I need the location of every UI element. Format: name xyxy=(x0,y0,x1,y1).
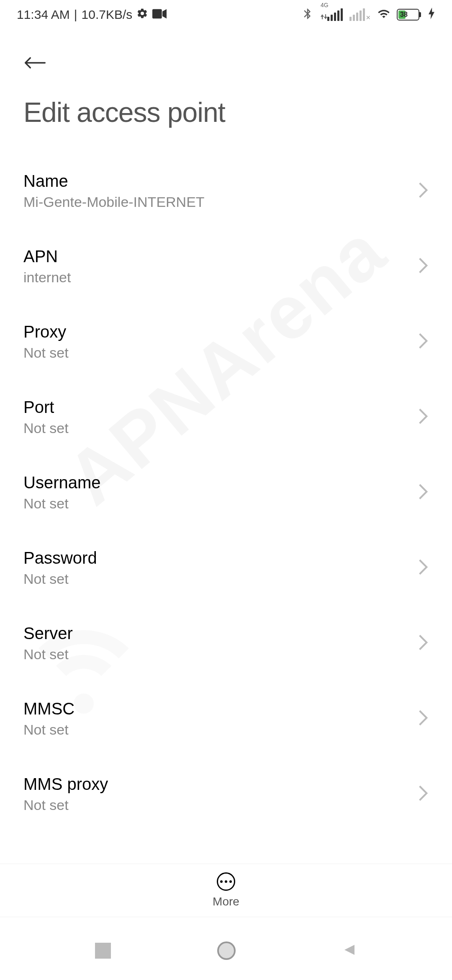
status-right: 4G ✕ xyxy=(301,8,435,22)
chevron-right-icon xyxy=(418,182,429,200)
item-name[interactable]: Name Mi-Gente-Mobile-INTERNET xyxy=(23,153,429,229)
chevron-right-icon xyxy=(418,483,429,502)
bluetooth-icon xyxy=(301,8,314,22)
back-button[interactable] xyxy=(23,54,47,71)
chevron-right-icon xyxy=(418,333,429,351)
item-value: Not set xyxy=(23,420,69,436)
camera-icon xyxy=(152,8,167,22)
nav-recent-button[interactable] xyxy=(95,943,111,959)
item-server[interactable]: Server Not set xyxy=(23,606,429,681)
item-label: APN xyxy=(23,247,71,266)
item-label: Server xyxy=(23,624,73,643)
item-mmsc[interactable]: MMSC Not set xyxy=(23,681,429,756)
svg-rect-0 xyxy=(152,9,162,19)
chevron-right-icon xyxy=(418,709,429,728)
item-label: Password xyxy=(23,549,97,567)
item-value: Not set xyxy=(23,571,97,587)
chevron-right-icon xyxy=(418,257,429,276)
more-button[interactable]: More xyxy=(213,872,239,908)
item-value: Mi-Gente-Mobile-INTERNET xyxy=(23,194,205,210)
battery-text: 38 xyxy=(400,11,408,18)
chevron-right-icon xyxy=(418,634,429,652)
no-sim-x-icon: ✕ xyxy=(366,14,371,21)
battery-icon: 38 xyxy=(397,9,419,21)
status-divider: | xyxy=(74,8,77,22)
nav-home-button[interactable] xyxy=(217,941,236,960)
page-title: Edit access point xyxy=(23,96,429,128)
header: Edit access point xyxy=(0,29,452,128)
nav-bar xyxy=(0,921,452,980)
item-value: internet xyxy=(23,269,71,286)
item-password[interactable]: Password Not set xyxy=(23,530,429,606)
wifi-icon xyxy=(378,8,390,22)
item-label: Name xyxy=(23,172,205,191)
item-mms-proxy[interactable]: MMS proxy Not set xyxy=(23,756,429,832)
item-username[interactable]: Username Not set xyxy=(23,455,429,530)
item-label: MMS proxy xyxy=(23,775,108,794)
item-value: Not set xyxy=(23,646,73,663)
item-port[interactable]: Port Not set xyxy=(23,379,429,455)
gear-icon xyxy=(136,8,148,22)
item-label: Port xyxy=(23,398,69,417)
signal-2: ✕ xyxy=(349,8,371,21)
item-value: Not set xyxy=(23,495,101,512)
chevron-right-icon xyxy=(418,785,429,803)
signal-1: 4G xyxy=(321,8,343,21)
chevron-right-icon xyxy=(418,408,429,426)
nav-back-button[interactable] xyxy=(342,942,357,959)
item-label: MMSC xyxy=(23,699,74,718)
more-icon xyxy=(217,872,235,891)
item-label: Proxy xyxy=(23,322,69,341)
item-label: Username xyxy=(23,473,101,492)
item-apn[interactable]: APN internet xyxy=(23,229,429,304)
charging-bolt-icon xyxy=(428,8,435,22)
item-value: Not set xyxy=(23,345,69,361)
more-label: More xyxy=(213,895,239,908)
signal-4g-label: 4G xyxy=(321,2,329,8)
status-bar: 11:34 AM | 10.7KB/s 4G xyxy=(0,0,452,29)
item-proxy[interactable]: Proxy Not set xyxy=(23,304,429,379)
item-value: Not set xyxy=(23,797,108,813)
bottom-bar: More xyxy=(0,864,452,917)
content: APNArena Name Mi-Gente-Mobile-INTERNET A… xyxy=(0,153,452,832)
chevron-right-icon xyxy=(418,559,429,577)
status-speed: 10.7KB/s xyxy=(82,8,133,22)
data-arrows-icon xyxy=(321,13,327,21)
status-time: 11:34 AM xyxy=(17,8,70,22)
fade-overlay xyxy=(0,838,452,863)
status-left: 11:34 AM | 10.7KB/s xyxy=(17,8,167,22)
item-value: Not set xyxy=(23,722,74,738)
